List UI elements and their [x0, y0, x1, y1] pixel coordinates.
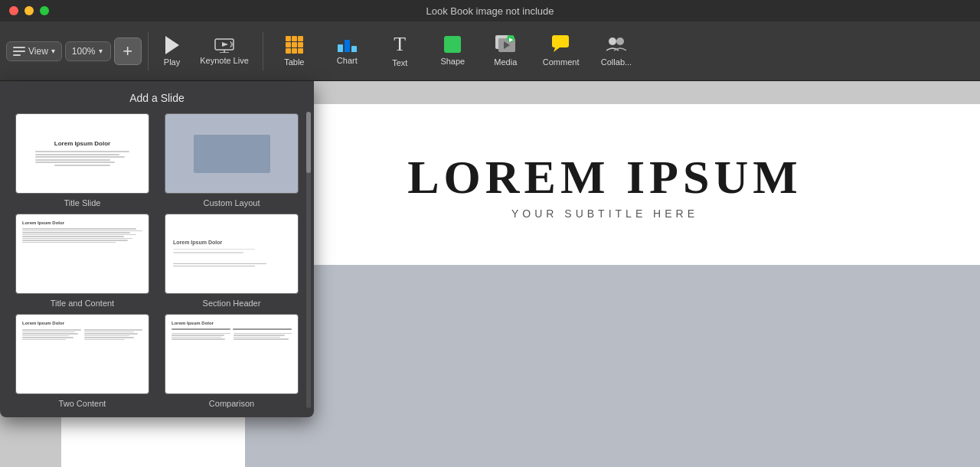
add-slide-button[interactable]: +: [114, 38, 142, 65]
view-label: View: [28, 46, 48, 57]
add-slide-dropdown: Add a Slide Lorem Ipsum Dolor Title Slid…: [0, 81, 314, 417]
media-icon: ▶: [495, 35, 515, 54]
scroll-bar[interactable]: [306, 112, 311, 408]
slide-label-title: Title Slide: [64, 198, 101, 207]
text-label: Text: [392, 58, 407, 67]
view-button[interactable]: View ▾: [6, 41, 62, 61]
media-label: Media: [494, 57, 517, 67]
canvas-subtitle: YOUR SUBTITLE HERE: [276, 207, 934, 220]
slide-item-two-content[interactable]: Lorem Ipsum Dolor: [12, 314, 152, 408]
title-bar: Look Book image not include: [0, 0, 980, 21]
collab-label: Collab...: [601, 57, 632, 67]
tc-title: Lorem Ipsum Dolor: [22, 220, 142, 225]
comp-col-right: [234, 332, 292, 341]
shape-icon: [444, 36, 461, 53]
slide-item-title-content[interactable]: Lorem Ipsum Dolor Title and Content: [12, 214, 152, 308]
tc-lines: [22, 228, 142, 243]
sh-title: Lorem Ipsum Dolor: [173, 240, 290, 245]
chart-label: Chart: [337, 56, 358, 65]
zoom-button[interactable]: 100% ▾: [65, 41, 111, 61]
slide-label-comp: Comparison: [209, 399, 254, 408]
keynote-live-icon: [214, 38, 235, 53]
custom-rect: [194, 135, 270, 173]
collab-button[interactable]: Collab...: [592, 31, 642, 71]
play-button[interactable]: Play: [155, 31, 189, 71]
zoom-chevron-icon: ▾: [99, 47, 103, 55]
slide-label-tc: Title and Content: [51, 299, 114, 308]
svg-marker-4: [222, 42, 228, 47]
scroll-thumb: [306, 112, 311, 173]
svg-rect-2: [13, 54, 21, 56]
slide-label-custom: Custom Layout: [204, 198, 260, 207]
slide-thumb-comp: Lorem Ipsum Dolor: [165, 314, 299, 394]
table-label: Table: [284, 57, 304, 67]
title-preview-text: Lorem Ipsum Dolor: [54, 140, 110, 147]
plus-icon: +: [122, 43, 132, 60]
svg-point-14: [609, 38, 616, 45]
lorem-ipsum-block: LOREM IPSUM YOUR SUBTITLE HERE: [276, 150, 934, 220]
divider-1: [148, 32, 149, 70]
view-icon: [13, 47, 25, 56]
canvas-title: LOREM IPSUM: [276, 150, 934, 204]
slide-item-custom-layout[interactable]: Custom Layout: [162, 113, 302, 207]
close-button[interactable]: [9, 6, 18, 15]
slide-thumb-tc: Lorem Ipsum Dolor: [15, 214, 149, 294]
slide-label-two: Two Content: [59, 399, 106, 408]
dropdown-title: Add a Slide: [0, 81, 314, 113]
window-title: Look Book image not include: [426, 5, 554, 17]
slide-thumb-two: Lorem Ipsum Dolor: [15, 314, 149, 394]
subtitle-lines: [35, 150, 129, 168]
svg-point-15: [616, 38, 624, 45]
comp-row: [172, 332, 292, 341]
svg-marker-13: [554, 47, 560, 52]
divider-2: [263, 32, 263, 70]
collab-icon: [606, 35, 626, 54]
two-col-left: [22, 328, 81, 387]
slide-label-sh: Section Header: [203, 299, 261, 308]
slide-thumb-custom: [165, 113, 299, 194]
two-cols: [22, 328, 142, 387]
two-col-right: [84, 328, 143, 387]
minimize-button[interactable]: [24, 6, 34, 15]
view-chevron-icon: ▾: [51, 47, 55, 55]
shape-button[interactable]: Shape: [428, 31, 478, 70]
svg-rect-12: [552, 35, 569, 47]
zoom-label: 100%: [72, 46, 96, 57]
two-title: Lorem Ipsum Dolor: [22, 321, 142, 325]
slide-thumb-title-slide: Lorem Ipsum Dolor: [15, 113, 149, 194]
keynote-live-label: Keynote Live: [200, 56, 249, 65]
slide-item-section-header[interactable]: Lorem Ipsum Dolor Section Header: [162, 214, 302, 308]
table-button[interactable]: Table: [270, 31, 319, 71]
play-label: Play: [164, 57, 180, 67]
slide-grid: Lorem Ipsum Dolor Title Slide: [0, 113, 314, 408]
chart-button[interactable]: Chart: [322, 32, 372, 70]
media-button[interactable]: ▶ Media: [481, 31, 531, 71]
maximize-button[interactable]: [40, 6, 49, 15]
shape-label: Shape: [440, 57, 465, 66]
svg-rect-0: [13, 47, 25, 48]
table-icon: [286, 36, 303, 54]
slide-item-title-slide[interactable]: Lorem Ipsum Dolor Title Slide: [12, 113, 152, 207]
play-icon: [165, 36, 179, 54]
text-button[interactable]: T Text: [375, 30, 425, 72]
comment-icon: [552, 35, 570, 54]
comment-label: Comment: [543, 57, 580, 67]
toolbar: View ▾ 100% ▾ + Play Keynote Live: [0, 21, 980, 81]
comp-title: Lorem Ipsum Dolor: [172, 321, 292, 325]
comp-col-left: [172, 332, 230, 341]
main-content: Add a Slide Lorem Ipsum Dolor Title Slid…: [0, 81, 980, 467]
chart-icon: [338, 37, 357, 52]
traffic-lights: [9, 6, 49, 15]
keynote-live-button[interactable]: Keynote Live: [192, 33, 256, 70]
text-icon: T: [394, 34, 406, 54]
comment-button[interactable]: Comment: [534, 31, 589, 71]
slide-item-comparison[interactable]: Lorem Ipsum Dolor: [162, 314, 302, 408]
svg-rect-1: [13, 51, 25, 52]
slide-thumb-sh: Lorem Ipsum Dolor: [165, 214, 299, 294]
